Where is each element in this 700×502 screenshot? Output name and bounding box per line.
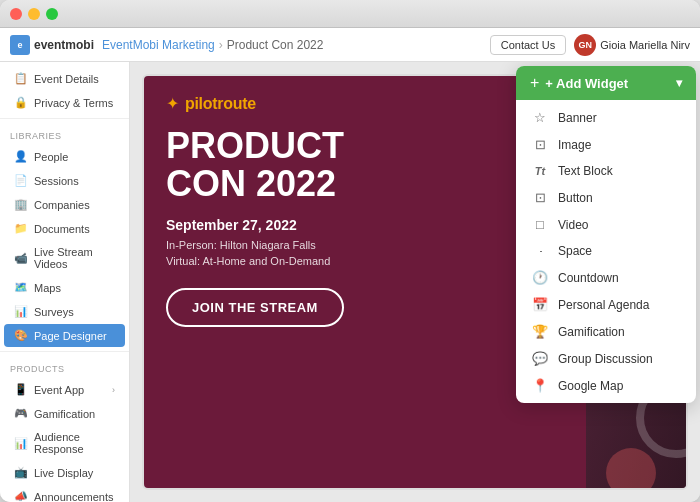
sidebar-item-surveys[interactable]: 📊 Surveys xyxy=(4,300,125,323)
widget-item-space[interactable]: ··· Space xyxy=(516,238,696,264)
chevron-down-icon: ▾ xyxy=(676,76,682,90)
widget-item-button[interactable]: ⊡ Button xyxy=(516,184,696,211)
space-icon: ··· xyxy=(532,246,548,256)
widget-header-text: + + Add Widget xyxy=(530,74,628,92)
companies-icon: 🏢 xyxy=(14,198,28,211)
sidebar-label-surveys: Surveys xyxy=(34,306,74,318)
sidebar-item-announcements[interactable]: 📣 Announcements xyxy=(4,485,125,502)
sidebar-item-event-details[interactable]: 📋 Event Details xyxy=(4,67,125,90)
circle-decoration-2 xyxy=(606,448,656,490)
sidebar-item-people[interactable]: 👤 People xyxy=(4,145,125,168)
sidebar: 📋 Event Details 🔒 Privacy & Terms LIBRAR… xyxy=(0,62,130,502)
sidebar-label-live-display: Live Display xyxy=(34,467,93,479)
widget-label-google-map: Google Map xyxy=(558,379,623,393)
minimize-button[interactable] xyxy=(28,8,40,20)
sidebar-item-audience-response[interactable]: 📊 Audience Response xyxy=(4,426,125,460)
widget-item-video[interactable]: □ Video xyxy=(516,211,696,238)
plus-icon: + xyxy=(530,74,539,92)
sidebar-label-companies: Companies xyxy=(34,199,90,211)
sidebar-item-event-app[interactable]: 📱 Event App › xyxy=(4,378,125,401)
sidebar-item-live-display[interactable]: 📺 Live Display xyxy=(4,461,125,484)
sidebar-item-privacy[interactable]: 🔒 Privacy & Terms xyxy=(4,91,125,114)
maximize-button[interactable] xyxy=(46,8,58,20)
widget-label-image: Image xyxy=(558,138,591,152)
sidebar-label-page-designer: Page Designer xyxy=(34,330,107,342)
widget-list: ☆ Banner ⊡ Image Tt Text Block ⊡ Button xyxy=(516,100,696,403)
widget-label-gamification: Gamification xyxy=(558,325,625,339)
widget-item-image[interactable]: ⊡ Image xyxy=(516,131,696,158)
audience-response-icon: 📊 xyxy=(14,437,28,450)
sidebar-label-gamification: Gamification xyxy=(34,408,95,420)
breadcrumb-item-2: Product Con 2022 xyxy=(227,38,324,52)
user-menu[interactable]: GN Gioia Mariella Nirv xyxy=(574,34,690,56)
sidebar-item-documents[interactable]: 📁 Documents xyxy=(4,217,125,240)
widget-item-google-map[interactable]: 📍 Google Map xyxy=(516,372,696,399)
group-discussion-icon: 💬 xyxy=(532,351,548,366)
widget-item-gamification[interactable]: 🏆 Gamification xyxy=(516,318,696,345)
widget-label-video: Video xyxy=(558,218,588,232)
widget-label-text-block: Text Block xyxy=(558,164,613,178)
breadcrumb-item-1[interactable]: EventMobi Marketing xyxy=(102,38,215,52)
appbar: e eventmobi EventMobi Marketing › Produc… xyxy=(0,28,700,62)
button-widget-icon: ⊡ xyxy=(532,190,548,205)
products-section-title: PRODUCTS xyxy=(0,356,129,377)
widget-label-group-discussion: Group Discussion xyxy=(558,352,653,366)
sidebar-item-livestream[interactable]: 📹 Live Stream Videos xyxy=(4,241,125,275)
sidebar-item-page-designer[interactable]: 🎨 Page Designer xyxy=(4,324,125,347)
widget-label-space: Space xyxy=(558,244,592,258)
maps-icon: 🗺️ xyxy=(14,281,28,294)
live-display-icon: 📺 xyxy=(14,466,28,479)
contact-us-button[interactable]: Contact Us xyxy=(490,35,566,55)
livestream-icon: 📹 xyxy=(14,252,28,265)
sidebar-label-documents: Documents xyxy=(34,223,90,235)
breadcrumb-sep: › xyxy=(219,38,223,52)
sidebar-item-sessions[interactable]: 📄 Sessions xyxy=(4,169,125,192)
sidebar-item-maps[interactable]: 🗺️ Maps xyxy=(4,276,125,299)
banner-icon: ☆ xyxy=(532,110,548,125)
app-window: e eventmobi EventMobi Marketing › Produc… xyxy=(0,0,700,502)
sidebar-label-event-app: Event App xyxy=(34,384,84,396)
event-details-icon: 📋 xyxy=(14,72,28,85)
sidebar-label-maps: Maps xyxy=(34,282,61,294)
sidebar-item-gamification[interactable]: 🎮 Gamification xyxy=(4,402,125,425)
event-app-icon: 📱 xyxy=(14,383,28,396)
sidebar-label-privacy: Privacy & Terms xyxy=(34,97,113,109)
sidebar-item-companies[interactable]: 🏢 Companies xyxy=(4,193,125,216)
sidebar-label-people: People xyxy=(34,151,68,163)
sessions-icon: 📄 xyxy=(14,174,28,187)
event-app-expand-icon: › xyxy=(112,385,115,395)
widget-label-button: Button xyxy=(558,191,593,205)
privacy-icon: 🔒 xyxy=(14,96,28,109)
join-stream-button[interactable]: JOIN THE STREAM xyxy=(166,288,344,327)
sidebar-label-announcements: Announcements xyxy=(34,491,114,503)
breadcrumb: EventMobi Marketing › Product Con 2022 xyxy=(102,38,323,52)
close-button[interactable] xyxy=(10,8,22,20)
add-widget-label: + Add Widget xyxy=(545,76,628,91)
main-layout: 📋 Event Details 🔒 Privacy & Terms LIBRAR… xyxy=(0,62,700,502)
widget-label-countdown: Countdown xyxy=(558,271,619,285)
people-icon: 👤 xyxy=(14,150,28,163)
widget-item-countdown[interactable]: 🕐 Countdown xyxy=(516,264,696,291)
sidebar-label-livestream: Live Stream Videos xyxy=(34,246,115,270)
sidebar-label-sessions: Sessions xyxy=(34,175,79,187)
widget-label-personal-agenda: Personal Agenda xyxy=(558,298,649,312)
avatar: GN xyxy=(574,34,596,56)
countdown-icon: 🕐 xyxy=(532,270,548,285)
widget-item-group-discussion[interactable]: 💬 Group Discussion xyxy=(516,345,696,372)
text-block-icon: Tt xyxy=(532,165,548,177)
add-widget-button[interactable]: + + Add Widget ▾ xyxy=(516,66,696,100)
widget-label-banner: Banner xyxy=(558,111,597,125)
gamification-icon: 🎮 xyxy=(14,407,28,420)
sidebar-label-audience-response: Audience Response xyxy=(34,431,115,455)
surveys-icon: 📊 xyxy=(14,305,28,318)
google-map-icon: 📍 xyxy=(532,378,548,393)
brand-icon: ✦ xyxy=(166,94,179,113)
user-name: Gioia Mariella Nirv xyxy=(600,39,690,51)
widget-item-banner[interactable]: ☆ Banner xyxy=(516,104,696,131)
widget-item-personal-agenda[interactable]: 📅 Personal Agenda xyxy=(516,291,696,318)
video-icon: □ xyxy=(532,217,548,232)
announcements-icon: 📣 xyxy=(14,490,28,502)
add-widget-dropdown: + + Add Widget ▾ ☆ Banner ⊡ Image xyxy=(516,66,696,403)
widget-item-text-block[interactable]: Tt Text Block xyxy=(516,158,696,184)
documents-icon: 📁 xyxy=(14,222,28,235)
